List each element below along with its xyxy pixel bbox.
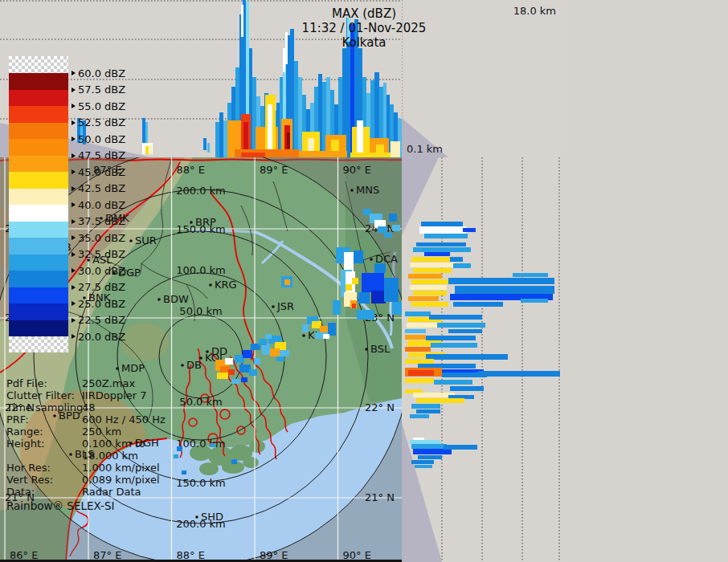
echo-rect — [228, 369, 235, 375]
tick-arrow-icon — [72, 235, 76, 240]
info-label: Range: — [6, 426, 43, 438]
info-value: 600 Hz / 450 Hz — [82, 413, 166, 426]
echo-rect — [371, 291, 386, 303]
echo-rect — [346, 284, 352, 291]
echo-rect — [284, 279, 290, 285]
dbz-color-swatch — [9, 255, 68, 271]
echo-rect — [411, 404, 440, 409]
dbz-tick-label: 32.5 dBZ — [78, 248, 125, 260]
echo-rect — [444, 445, 477, 450]
echo-rect — [243, 350, 252, 358]
echo-rect — [270, 348, 280, 356]
latitude-label: 22° N — [365, 401, 395, 413]
city-label: BRP — [195, 216, 216, 228]
echo-rect — [405, 329, 426, 333]
echo-rect — [294, 61, 298, 157]
longitude-label: 88° E — [177, 164, 205, 176]
product-header: MAX (dBZ) 11:32 / 01-Nov-2025 Kolkata — [0, 6, 728, 50]
echo-rect — [374, 263, 386, 273]
longitude-label: 89° E — [260, 164, 288, 176]
echo-rect — [413, 268, 452, 273]
echo-rect — [455, 286, 554, 294]
product-info-block: Pdf File:250Z.maxClutter Filter:IIRDoppl… — [0, 377, 166, 498]
tick-arrow-icon — [72, 136, 76, 141]
info-value: 250 km — [82, 426, 121, 438]
echo-rect — [416, 398, 464, 403]
echo-rect — [333, 300, 341, 315]
echo-rect — [280, 350, 289, 356]
city-marker — [116, 367, 119, 370]
echo-rect — [424, 252, 450, 256]
city-marker — [302, 334, 305, 337]
echo-rect — [223, 120, 227, 157]
latitude-label: 21° N — [365, 491, 395, 503]
info-label: Clutter Filter: — [6, 389, 75, 401]
info-row: 18.000 km — [0, 450, 166, 462]
echo-rect — [249, 369, 257, 376]
echo-rect — [207, 143, 210, 153]
echo-rect — [408, 296, 439, 301]
dbz-color-swatch — [9, 303, 68, 320]
echo-rect — [262, 344, 270, 355]
info-row: PRF:600 Hz / 450 Hz — [0, 413, 166, 426]
height-axis-min-label: 0.1 km — [407, 143, 443, 155]
echo-rect — [352, 278, 358, 284]
echo-rect — [358, 292, 370, 303]
echo-rect — [405, 347, 431, 352]
dbz-tick: 45.0 dBZ — [72, 165, 125, 178]
echo-rect — [219, 112, 223, 157]
city-marker — [190, 221, 193, 224]
max-projection-side-panel[interactable] — [402, 157, 562, 562]
echo-rect — [416, 242, 466, 246]
dbz-color-swatch — [9, 205, 68, 222]
dbz-tick-label: 42.5 dBZ — [78, 182, 125, 194]
echo-rect — [411, 460, 434, 464]
echo-rect — [463, 228, 476, 232]
radar-display-window: 18.0 km 0.1 km — [0, 0, 728, 562]
echo-rect — [265, 334, 272, 339]
dbz-tick: 22.5 dBZ — [72, 314, 125, 327]
longitude-label: 89° E — [260, 549, 288, 561]
range-ring-label: 150.0 km — [176, 477, 226, 489]
dbz-tick: 60.0 dBZ — [72, 67, 125, 79]
range-ring-label: 100.0 km — [176, 438, 226, 450]
echo-rect — [424, 234, 468, 238]
dbz-color-scale: 60.0 dBZ57.5 dBZ55.0 dBZ52.5 dBZ50.0 dBZ… — [9, 56, 160, 352]
echo-rect — [384, 233, 392, 238]
echo-rect — [357, 120, 363, 157]
range-ring-label: 200.0 km — [176, 185, 226, 197]
dbz-color-swatch — [9, 139, 68, 156]
city-marker — [195, 515, 198, 519]
echo-rect — [405, 359, 434, 364]
echo-rect — [415, 465, 432, 468]
echo-rect — [453, 263, 471, 268]
echo-rect — [410, 414, 429, 418]
info-value: 1.000 km/pixel — [82, 462, 160, 474]
echo-rect — [448, 329, 482, 333]
dbz-color-swatch — [9, 238, 68, 255]
info-row: Vert Res:0.089 km/pixel — [0, 474, 166, 486]
echo-rect — [392, 302, 402, 315]
info-value: 250Z.max — [82, 377, 135, 389]
dbz-color-swatch — [9, 271, 68, 287]
dbz-tick: 32.5 dBZ — [72, 248, 125, 261]
info-value: Radar Data — [82, 486, 141, 498]
tick-arrow-icon — [72, 186, 76, 191]
dbz-color-swatch — [9, 156, 68, 173]
dbz-tick-label: 50.0 dBZ — [78, 133, 125, 145]
dbz-tick: 35.0 dBZ — [72, 231, 125, 244]
product-title: MAX (dBZ) — [0, 6, 728, 21]
tick-arrow-icon — [72, 252, 76, 257]
info-row: Clutter Filter:IIRDoppler 7 — [0, 389, 166, 401]
info-label: Data: — [6, 486, 35, 498]
city-marker — [181, 364, 184, 367]
city-marker — [370, 258, 373, 261]
tick-arrow-icon — [72, 334, 76, 339]
echo-rect — [416, 409, 440, 413]
dbz-color-swatch — [9, 320, 68, 337]
tick-arrow-icon — [72, 104, 76, 108]
dbz-tick-label: 52.5 dBZ — [78, 116, 125, 128]
tick-arrow-icon — [72, 169, 76, 174]
echo-rect — [450, 386, 484, 391]
dbz-tick-label: 22.5 dBZ — [78, 314, 125, 326]
